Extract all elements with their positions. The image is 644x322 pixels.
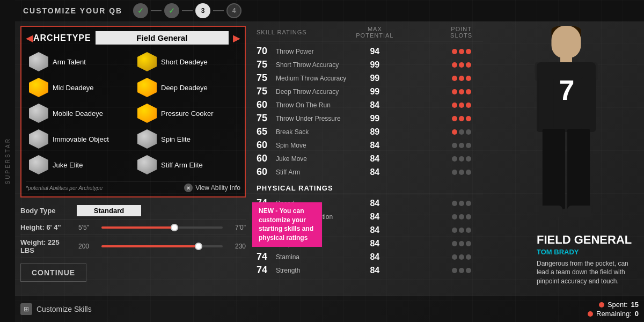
height-slider[interactable]: 5'5" 7'0" xyxy=(78,224,246,231)
rating-left: 75Medium Throw Accuracy xyxy=(257,72,353,84)
rating-max-value: 84 xyxy=(353,154,397,164)
ability-name: Short Deadeye xyxy=(161,58,208,66)
ability-item: Mobile Deadeye xyxy=(26,101,132,125)
skill-col-header: SKILL RATINGS xyxy=(257,29,353,35)
middle-panel: SKILL RATINGS MAX POTENTIAL POINT SLOTS … xyxy=(251,26,488,291)
rating-current-value: 75 xyxy=(257,72,274,84)
player-info: Field General TOM BRADY Dangerous from t… xyxy=(537,233,633,286)
spent-row: Spent: 15 xyxy=(599,301,639,309)
spent-label: Spent: xyxy=(608,301,628,309)
rating-dots xyxy=(440,103,483,108)
tooltip-text: You can customize your starting skills a… xyxy=(259,207,313,241)
rating-max-value: 94 xyxy=(353,47,397,56)
dot-empty xyxy=(466,228,471,233)
dot-empty xyxy=(452,201,457,206)
skill-rows: 70Throw Power9475Short Throw Accuracy997… xyxy=(257,45,483,179)
left-panel: ◀ Archetype Field General ▶ Arm TalentSh… xyxy=(20,26,246,291)
weight-slider[interactable]: 200 230 xyxy=(78,243,246,250)
ability-name: Mid Deadeye xyxy=(53,84,94,92)
height-slider-track[interactable] xyxy=(101,226,223,229)
ability-icon xyxy=(29,129,48,149)
dot-filled xyxy=(459,49,464,54)
ability-icon xyxy=(137,155,157,174)
rating-max-value: 84 xyxy=(353,199,397,208)
bottom-bar: ⊞ Customize Skills Spent: 15 Remaining: … xyxy=(15,296,644,322)
rating-dots xyxy=(440,268,483,273)
dot-filled xyxy=(459,76,464,81)
table-row: 75Medium Throw Accuracy99 xyxy=(257,71,483,85)
table-row: 74Stamina84 xyxy=(257,250,483,264)
dot-empty xyxy=(459,201,464,206)
dot-empty xyxy=(459,170,464,175)
archetype-box: ◀ Archetype Field General ▶ Arm TalentSh… xyxy=(20,26,246,197)
archetype-next-button[interactable]: ▶ xyxy=(233,32,240,44)
rating-dots xyxy=(440,143,483,148)
rating-dots xyxy=(440,89,483,94)
table-row: 60Throw On The Run84 xyxy=(257,98,483,112)
dot-empty xyxy=(452,268,457,273)
step-line-3 xyxy=(213,10,224,11)
dot-empty xyxy=(459,214,464,219)
archetype-prev-button[interactable]: ◀ xyxy=(26,32,33,44)
rating-left: 65Break Sack xyxy=(257,126,353,137)
dot-empty xyxy=(466,156,471,162)
dot-filled xyxy=(452,116,457,121)
dot-empty xyxy=(452,143,457,148)
ability-icon xyxy=(29,78,48,97)
weight-min: 200 xyxy=(78,243,97,250)
slots-col-header: POINT SLOTS xyxy=(440,26,483,39)
weight-slider-thumb[interactable] xyxy=(195,243,202,250)
customize-skills-button[interactable]: ⊞ Customize Skills xyxy=(20,303,92,315)
dot-filled xyxy=(452,103,457,108)
rating-current-value: 60 xyxy=(257,140,274,151)
table-row: 74Strength84 xyxy=(257,264,483,277)
weight-slider-track[interactable] xyxy=(101,245,223,247)
dot-filled xyxy=(452,62,457,68)
dot-empty xyxy=(466,268,471,273)
rating-dots xyxy=(440,129,483,135)
rating-current-value: 74 xyxy=(257,251,274,262)
rating-left: 70Throw Power xyxy=(257,46,353,57)
dot-empty xyxy=(459,254,464,260)
ability-name: Stiff Arm Elite xyxy=(161,161,203,169)
remaining-value: 0 xyxy=(635,310,639,318)
height-label: Height: 6' 4" xyxy=(20,223,74,231)
rating-current-value: 75 xyxy=(257,86,274,97)
continue-button[interactable]: Continue xyxy=(20,264,86,282)
body-section: Body Type Standard Height: 6' 4" 5'5" 7'… xyxy=(20,202,246,258)
dot-empty xyxy=(466,241,471,246)
view-ability-label: View Ability Info xyxy=(195,184,240,192)
dot-empty xyxy=(466,129,471,135)
archetype-section-label: Archetype xyxy=(33,33,91,43)
view-ability-button[interactable]: ✕ View Ability Info xyxy=(184,184,240,192)
rating-left: 75Throw Under Pressure xyxy=(257,113,353,124)
step-line-1 xyxy=(151,10,162,11)
remaining-row: Remaining: 0 xyxy=(588,310,639,318)
rating-skill-name: Throw Power xyxy=(276,48,314,55)
top-bar: Customize your QB ✓ ✓ 3 4 xyxy=(15,0,644,21)
dot-empty xyxy=(459,143,464,148)
ability-item: Spin Elite xyxy=(134,127,240,151)
view-ability-icon: ✕ xyxy=(184,184,193,192)
rating-left: 74Strength xyxy=(257,265,353,276)
height-slider-thumb[interactable] xyxy=(171,224,178,231)
spent-value: 15 xyxy=(631,301,639,309)
dot-filled xyxy=(452,76,457,81)
rating-current-value: 60 xyxy=(257,153,274,164)
customize-skills-label: Customize Skills xyxy=(36,305,92,313)
rating-current-value: 70 xyxy=(257,46,274,57)
ability-icon xyxy=(29,104,48,123)
rating-max-value: 99 xyxy=(353,114,397,123)
rating-current-value: 75 xyxy=(257,113,274,124)
height-min: 5'5" xyxy=(78,224,97,231)
rating-skill-name: Break Sack xyxy=(276,128,309,136)
table-row: 60Stiff Arm84 xyxy=(257,165,483,179)
dot-empty xyxy=(459,241,464,246)
rating-max-value: 99 xyxy=(353,60,397,70)
dot-empty xyxy=(452,156,457,162)
rating-max-value: 84 xyxy=(353,225,397,235)
archetype-header: ◀ Archetype Field General ▶ xyxy=(26,31,240,45)
superstar-label: SUPERSTAR xyxy=(5,137,11,184)
dot-filled xyxy=(459,89,464,94)
rating-left: 60Throw On The Run xyxy=(257,99,353,111)
